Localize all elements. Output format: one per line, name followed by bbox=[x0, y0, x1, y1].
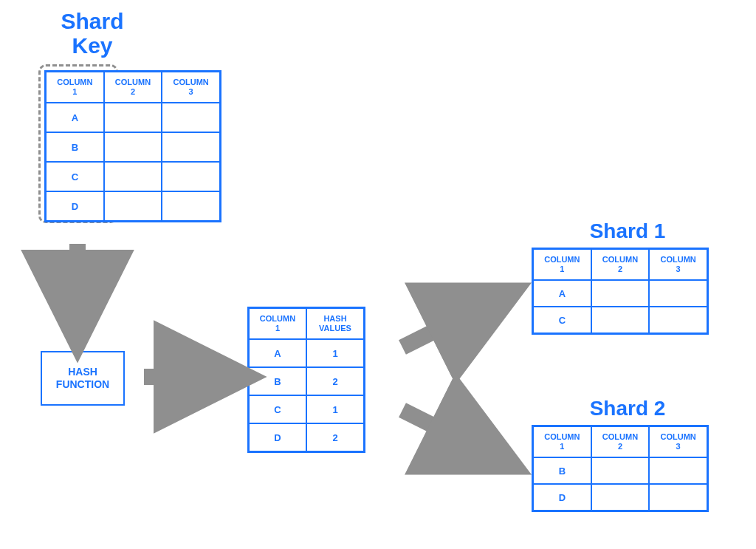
table-row: B bbox=[533, 457, 707, 484]
table-row: C bbox=[533, 307, 707, 333]
arrow-hash-to-shard1-icon bbox=[402, 303, 491, 347]
shard1-r2-c2 bbox=[591, 307, 650, 333]
source-r3-c3 bbox=[162, 162, 220, 191]
source-header-col2: COLUMN2 bbox=[104, 72, 162, 103]
source-r2-c3 bbox=[162, 132, 220, 162]
table-row: B 2 bbox=[249, 367, 364, 395]
shard1-table: COLUMN1 COLUMN2 COLUMN3 A C bbox=[532, 248, 709, 335]
shard1-title: Shard 1 bbox=[568, 220, 687, 243]
hash-header-col1: COLUMN1 bbox=[249, 308, 306, 339]
shard1-r2-c3 bbox=[649, 307, 707, 333]
table-row: A bbox=[533, 280, 707, 307]
table-row: A bbox=[46, 103, 220, 132]
shard2-header-col3: COLUMN3 bbox=[649, 426, 707, 457]
table-row: C bbox=[46, 162, 220, 191]
source-r2-c1: B bbox=[46, 132, 104, 162]
shard2-r2-c2 bbox=[591, 484, 650, 511]
shard2-r2-c1: D bbox=[533, 484, 591, 511]
shard1-r1-c3 bbox=[649, 280, 707, 307]
hash-r2-c1: B bbox=[249, 367, 306, 395]
hash-function-label: HASHFUNCTION bbox=[56, 366, 109, 392]
shard1-r2-c1: C bbox=[533, 307, 591, 333]
hash-r1-c1: A bbox=[249, 339, 306, 367]
shard2-table: COLUMN1 COLUMN2 COLUMN3 B D bbox=[532, 425, 709, 512]
shard1-header-col2: COLUMN2 bbox=[591, 249, 650, 280]
shard2-r1-c2 bbox=[591, 457, 650, 484]
source-header-col1: COLUMN1 bbox=[46, 72, 104, 103]
shard1-header-col3: COLUMN3 bbox=[649, 249, 707, 280]
shard2-header-col2: COLUMN2 bbox=[591, 426, 650, 457]
source-r2-c2 bbox=[104, 132, 162, 162]
shard2-header-col1: COLUMN1 bbox=[533, 426, 591, 457]
source-header-col3: COLUMN3 bbox=[162, 72, 220, 103]
table-row: A 1 bbox=[249, 339, 364, 367]
shard2-title: Shard 2 bbox=[568, 398, 687, 420]
source-r4-c1: D bbox=[46, 191, 104, 221]
table-row: D bbox=[533, 484, 707, 511]
source-table: COLUMN1 COLUMN2 COLUMN3 A B C D bbox=[44, 70, 221, 222]
hash-r3-c2: 1 bbox=[306, 395, 364, 423]
source-r4-c2 bbox=[104, 191, 162, 221]
arrow-hash-to-shard2-icon bbox=[402, 410, 491, 454]
source-r3-c1: C bbox=[46, 162, 104, 191]
source-r3-c2 bbox=[104, 162, 162, 191]
shard1-r1-c2 bbox=[591, 280, 650, 307]
table-row: C 1 bbox=[249, 395, 364, 423]
hash-table: COLUMN1 HASHVALUES A 1 B 2 C 1 D 2 bbox=[247, 307, 365, 453]
hash-header-col2: HASHVALUES bbox=[306, 308, 364, 339]
shard1-r1-c1: A bbox=[533, 280, 591, 307]
hash-r2-c2: 2 bbox=[306, 367, 364, 395]
hash-r3-c1: C bbox=[249, 395, 306, 423]
source-r1-c3 bbox=[162, 103, 220, 132]
hash-r1-c2: 1 bbox=[306, 339, 364, 367]
shard2-r2-c3 bbox=[649, 484, 707, 511]
source-r1-c2 bbox=[104, 103, 162, 132]
shard1-header-col1: COLUMN1 bbox=[533, 249, 591, 280]
shard2-r1-c3 bbox=[649, 457, 707, 484]
shard2-r1-c1: B bbox=[533, 457, 591, 484]
hash-r4-c2: 2 bbox=[306, 423, 364, 451]
source-r1-c1: A bbox=[46, 103, 104, 132]
shard-key-title: ShardKey bbox=[44, 9, 140, 58]
table-row: B bbox=[46, 132, 220, 162]
hash-r4-c1: D bbox=[249, 423, 306, 451]
table-row: D bbox=[46, 191, 220, 221]
table-row: D 2 bbox=[249, 423, 364, 451]
hash-function-box: HASHFUNCTION bbox=[41, 351, 125, 406]
source-r4-c3 bbox=[162, 191, 220, 221]
